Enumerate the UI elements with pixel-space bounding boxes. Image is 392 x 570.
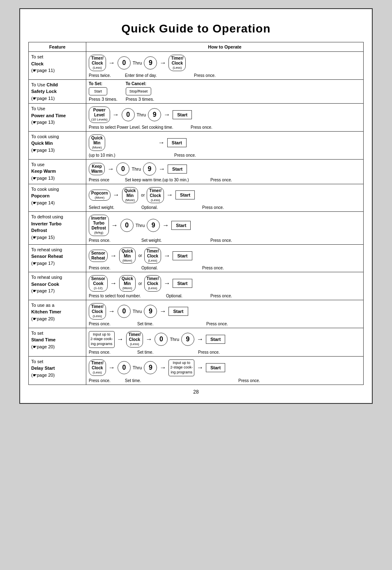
enter-time-label: Enter time of day. (125, 73, 191, 78)
start-btn-qm: Start (167, 138, 187, 147)
nine-btn-kt: 9 (144, 305, 157, 318)
feature-cell-delay: To set Delay Start (☛page 20) (29, 356, 86, 385)
press-once-st2-label: Press once. (198, 350, 220, 355)
nine-btn-ds: 9 (144, 361, 157, 374)
nine-btn-kw: 9 (143, 162, 156, 176)
zero-btn-ds: 0 (118, 361, 131, 374)
page-number: 28 (28, 389, 364, 395)
feature-cell-safety: To Use ChildSafety Lock (☛page 11) (29, 79, 86, 104)
timer-clock-st-btn: Timer/ Clock (Less) (126, 331, 143, 348)
how-cell-scook: Sensor Cook (1-12) → Quick Min (More) or (86, 272, 364, 300)
arrow-inv-2: → (162, 222, 169, 229)
arrow-2: → (159, 59, 166, 67)
table-row: To use Keep Warm (☛page 13) Keep Warm → … (29, 159, 364, 184)
table-row: To Use Power and Time (☛page 13) Power L… (29, 104, 364, 132)
how-cell-ktimer: Timer/ Clock (Less) → 0 Thru 9 → Start (86, 300, 364, 328)
press-once-kt-label: Press once. (89, 322, 134, 326)
feature-cell-standtime: To set Stand Time (☛page 20) (29, 328, 86, 356)
set-time-kt-label: Set time. (137, 322, 203, 326)
how-cell-quickmin: Quick Min (More) → Start (up to 10 min.)… (86, 131, 364, 159)
press-select-label: Press to select Power Level. Set cooking… (89, 125, 187, 130)
press-once-sc-label: Press once. (210, 294, 232, 298)
how-cell-keepwarm: Keep Warm → 0 Thru 9 → Start Press once (86, 159, 364, 184)
select-weight-label: Select weight. (89, 205, 138, 210)
how-cell-power: Power Level (10 Levels) → 0 Thru 9 → Sta… (86, 104, 364, 132)
press-once-power-label: Press once. (191, 125, 212, 130)
page-container: Quick Guide to Operation Feature How to … (19, 8, 373, 404)
or-text-pop: or (141, 193, 145, 197)
feature-cell-keepwarm: To use Keep Warm (☛page 13) (29, 159, 86, 184)
press-once-sr2-label: Press once. (202, 266, 224, 270)
how-cell-sreheat: Sensor Reheat → Quick Min (More) or (86, 244, 364, 272)
arrow-ds: → (108, 364, 115, 371)
table-row: To use as a Kitchen Timer (☛page 20) Tim… (29, 300, 364, 328)
arrow-ds-3: → (197, 364, 203, 371)
arrow-st-2: → (145, 336, 152, 343)
arrow-power-1: → (113, 111, 119, 118)
nine-btn-1: 9 (144, 56, 157, 70)
arrow-sc: → (110, 280, 117, 287)
feature-cell-popcorn: To cook using Popcorn (☛page 14) (29, 184, 86, 212)
arrow-1: → (108, 59, 115, 67)
inverter-btn: Inverter Turbo Defrost (lb/kg) (89, 215, 109, 236)
optional-pop-label: Optional. (141, 205, 199, 210)
how-cell-safety: To Set: Start Press 3 times. To Cancel: … (86, 79, 364, 104)
feature-cell-power: To Use Power and Time (☛page 13) (29, 104, 86, 132)
feature-cell-quickmin: To cook using Quick Min (☛page 13) (29, 131, 86, 159)
arrow-st: → (117, 336, 124, 343)
start-btn-pop: Start (175, 190, 195, 199)
arrow-kt: → (108, 308, 115, 315)
optional-sc-label: Optional. (166, 294, 207, 298)
zero-btn-power: 0 (122, 108, 135, 121)
press-3-set-label: Press 3 times. (89, 97, 118, 102)
timer-clock-sc-btn: Timer/ Clock (Less) (144, 275, 161, 292)
table-row: To Use ChildSafety Lock (☛page 11) To Se… (29, 79, 364, 104)
feature-cell-scook: To reheat using Sensor Cook (☛page 17) (29, 272, 86, 300)
guide-table: Feature How to Operate To set Clock (☛pa… (28, 42, 364, 385)
press-twice-label: Press twice. (89, 73, 122, 78)
start-btn-st: Start (206, 335, 225, 344)
start-btn-power: Start (173, 110, 192, 119)
optional-sr-label: Optional. (141, 266, 199, 270)
start-btn-ds: Start (206, 363, 225, 372)
arrow-ds-2: → (159, 364, 166, 371)
to-cancel-label: To Cancel: (126, 81, 146, 86)
press-3-cancel-label: Press 3 times. (126, 97, 154, 102)
how-header: How to Operate (86, 42, 364, 52)
or-text-sr: or (138, 253, 142, 258)
how-cell-inverter: Inverter Turbo Defrost (lb/kg) → 0 Thru … (86, 212, 364, 245)
nine-btn-inv: 9 (147, 219, 160, 232)
arrow-kw-2: → (159, 165, 165, 173)
press-once-kt2-label: Press once. (206, 322, 228, 326)
input-2stage-ds-btn: Input up to2-stage cook-ing programs (168, 359, 194, 376)
start-btn-sr: Start (173, 251, 192, 260)
press-once-kw2-label: Press once. (210, 178, 232, 182)
table-row: To cook using Quick Min (☛page 13) Quick… (29, 131, 364, 159)
arrow-power-2: → (164, 111, 170, 118)
feature-cell-inverter: To defrost using Inverter TurboDefrost (… (29, 212, 86, 245)
sensor-reheat-btn: Sensor Reheat (89, 250, 108, 262)
timer-clock-btn-2: Timer/ Clock (Less) (168, 55, 186, 71)
how-cell-popcorn: Popcorn (More) → Quick Min (More) or (86, 184, 364, 212)
arrow-st-3: → (197, 336, 203, 343)
press-once-inv2-label: Press once. (210, 238, 232, 243)
feature-cell-sreheat: To reheat using Sensor Reheat (☛page 17) (29, 244, 86, 272)
set-time-st-label: Set time. (137, 350, 195, 355)
press-once-pop-label: Press once. (202, 205, 224, 210)
timer-clock-pop-btn: Timer/ Clock (Less) (147, 187, 164, 204)
quick-min-btn: Quick Min (More) (89, 134, 105, 151)
press-once-st-label: Press once. (89, 350, 134, 355)
stop-reset-btn: Stop/Reset (126, 87, 152, 96)
press-once-ds2-label: Press once. (238, 378, 260, 383)
quick-min-sr-btn: Quick Min (More) (119, 248, 136, 264)
set-keep-warm-label: Set keep warm time.(up to 30 min.) (125, 178, 207, 182)
how-cell-delay: Timer/ Clock (Less) → 0 Thru 9 → Input u… (86, 356, 364, 385)
press-select-food-label: Press to select food number. (89, 294, 163, 298)
arrow-pop-2: → (166, 191, 173, 199)
how-cell-clock: Timer/ Clock (Less) → 0 Thru 9 → Timer/ (86, 52, 364, 80)
nine-btn-power: 9 (148, 108, 161, 121)
arrow-pop: → (113, 191, 120, 199)
feature-header: Feature (29, 42, 86, 52)
quick-min-pop-btn: Quick Min (More) (122, 187, 138, 204)
to-set-label: To Set: (89, 81, 102, 86)
